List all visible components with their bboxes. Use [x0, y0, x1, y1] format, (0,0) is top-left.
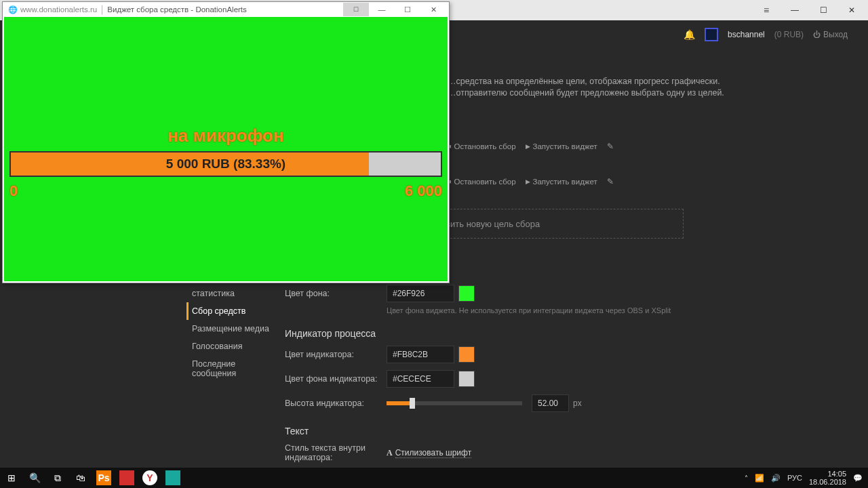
- bg-color-swatch[interactable]: [458, 285, 475, 302]
- px-label: px: [573, 399, 582, 408]
- desc-line-1: …средства на определённые цели, отобража…: [448, 76, 724, 87]
- preview-titlebar[interactable]: 🌐 www.donationalerts.ru │ Виджет сбора с…: [3, 2, 449, 17]
- system-tray: ˄ 📶 🔊 РУС 14:05 18.06.2018 💬: [745, 470, 868, 486]
- edit-goal-button[interactable]: ✎: [607, 142, 614, 151]
- bg-color-input[interactable]: [387, 285, 454, 302]
- progress-max: 6 000: [405, 182, 442, 200]
- clock-date: 18.06.2018: [809, 478, 846, 486]
- taskbar-app-files[interactable]: [115, 468, 138, 488]
- progress-range: 0 6 000: [9, 182, 442, 200]
- search-button[interactable]: 🔍: [23, 468, 46, 488]
- ind-color-swatch[interactable]: [458, 346, 475, 363]
- notifications-icon[interactable]: 💬: [853, 474, 863, 483]
- stop-label: Остановить сбор: [454, 178, 515, 186]
- ind-color-input[interactable]: [387, 346, 454, 363]
- preview-title: Виджет сбора средств - DonationAlerts: [107, 5, 246, 14]
- yandex-icon: Y: [142, 470, 157, 485]
- stop-goal-button[interactable]: ■Остановить сбор: [448, 142, 516, 150]
- balance: (0 RUB): [774, 30, 804, 39]
- preview-minimize-button[interactable]: —: [369, 3, 395, 16]
- preview-maximize-button[interactable]: ☐: [395, 3, 420, 16]
- teal-icon: [165, 470, 180, 485]
- inner-text-style-link[interactable]: AСтилизовать шрифт: [387, 448, 471, 458]
- progress-label: 5 000 RUB (83.33%): [11, 152, 441, 176]
- stop-label: Остановить сбор: [454, 142, 515, 150]
- progress-bar: 5 000 RUB (83.33%): [9, 151, 442, 177]
- menu-icon[interactable]: ≡: [753, 3, 780, 18]
- ind-color-label: Цвет индикатора:: [285, 350, 387, 359]
- launch-label: Запустить виджет: [533, 178, 597, 186]
- store-icon: 🛍: [73, 470, 88, 485]
- sidebar-item-messages[interactable]: Последние сообщения: [186, 355, 281, 382]
- widget-canvas: на микрофон 5 000 RUB (83.33%) 0 6 000: [4, 17, 448, 281]
- preview-extra-button[interactable]: ☐: [343, 3, 369, 16]
- section-text: Текст: [285, 426, 692, 436]
- sidebar-item-media[interactable]: Размещение медиа: [186, 320, 281, 338]
- windows-taskbar: ⊞ 🔍 ⧉ 🛍 Ps Y ˄ 📶 🔊 РУС 14:05 18.06.2018 …: [0, 468, 868, 488]
- power-icon: ⏻: [813, 30, 821, 39]
- taskbar-app-ps[interactable]: Ps: [92, 468, 115, 488]
- language-indicator[interactable]: РУС: [787, 474, 802, 482]
- section-indicator: Индикатор процесса: [285, 328, 692, 339]
- taskbar-app-teal[interactable]: [161, 468, 184, 488]
- ind-height-slider[interactable]: [387, 401, 522, 405]
- ind-bg-input[interactable]: [387, 370, 454, 388]
- stop-goal-button[interactable]: ■Остановить сбор: [448, 178, 516, 186]
- progress-min: 0: [9, 182, 18, 200]
- start-button[interactable]: ⊞: [0, 468, 23, 488]
- page-description: …средства на определённые цели, отобража…: [448, 76, 724, 99]
- wifi-icon[interactable]: 📶: [755, 474, 764, 483]
- preview-url: www.donationalerts.ru: [20, 5, 97, 14]
- inner-text-style-label: Стиль текста внутри индикатора:: [285, 443, 387, 462]
- avatar[interactable]: [705, 28, 718, 41]
- ind-bg-swatch[interactable]: [458, 371, 475, 387]
- play-icon: ▶: [526, 178, 530, 185]
- globe-icon: 🌐: [8, 5, 18, 14]
- ind-height-label: Высота индикатора:: [285, 399, 387, 408]
- logout-label: Выход: [823, 30, 848, 39]
- goal-row-2: ■Остановить сбор ▶Запустить виджет ✎: [448, 169, 614, 194]
- host-minimize-button[interactable]: —: [781, 3, 808, 18]
- ind-height-input[interactable]: [532, 394, 569, 412]
- sidebar-item-polls[interactable]: Голосования: [186, 338, 281, 355]
- launch-label: Запустить виджет: [533, 142, 597, 150]
- taskbar-app-yandex[interactable]: Y: [138, 468, 161, 488]
- style-link-text: Стилизовать шрифт: [395, 448, 471, 458]
- settings-sidebar: статистика Сбор средств Размещение медиа…: [186, 285, 281, 382]
- clock[interactable]: 14:05 18.06.2018: [809, 470, 846, 486]
- widget-settings-form: Цвет фона: Цвет фона виджета. Не использ…: [285, 285, 692, 486]
- edit-goal-button[interactable]: ✎: [607, 177, 614, 186]
- goal-title: на микрофон: [4, 125, 448, 146]
- red-icon: [119, 470, 134, 485]
- sidebar-item-fundraising[interactable]: Сбор средств: [186, 302, 281, 320]
- goal-row-1: ■Остановить сбор ▶Запустить виджет ✎: [448, 134, 614, 159]
- clock-time: 14:05: [809, 470, 846, 478]
- sound-icon[interactable]: 🔊: [771, 474, 781, 483]
- bell-icon[interactable]: 🔔: [684, 29, 695, 40]
- host-maximize-button[interactable]: ☐: [810, 3, 837, 18]
- preview-close-button[interactable]: ✕: [420, 3, 446, 16]
- ind-bg-label: Цвет фона индикатора:: [285, 374, 387, 384]
- tray-overflow-icon[interactable]: ˄: [745, 474, 748, 482]
- ps-icon: Ps: [96, 470, 111, 485]
- taskbar-app-store[interactable]: 🛍: [69, 468, 92, 488]
- launch-widget-button[interactable]: ▶Запустить виджет: [526, 142, 597, 150]
- bg-color-label: Цвет фона:: [285, 289, 387, 298]
- widget-preview-window: 🌐 www.donationalerts.ru │ Виджет сбора с…: [2, 1, 450, 283]
- logout-link[interactable]: ⏻ Выход: [813, 30, 848, 39]
- sidebar-item-stats[interactable]: статистика: [186, 285, 281, 302]
- bg-color-hint: Цвет фона виджета. Не используется при и…: [387, 306, 692, 314]
- host-close-button[interactable]: ✕: [838, 3, 865, 18]
- taskview-button[interactable]: ⧉: [46, 468, 69, 488]
- play-icon: ▶: [526, 143, 530, 150]
- launch-widget-button[interactable]: ▶Запустить виджет: [526, 178, 597, 186]
- username: bschannel: [728, 30, 765, 39]
- desc-line-2: …отправителю сообщений будет предложено …: [448, 87, 724, 99]
